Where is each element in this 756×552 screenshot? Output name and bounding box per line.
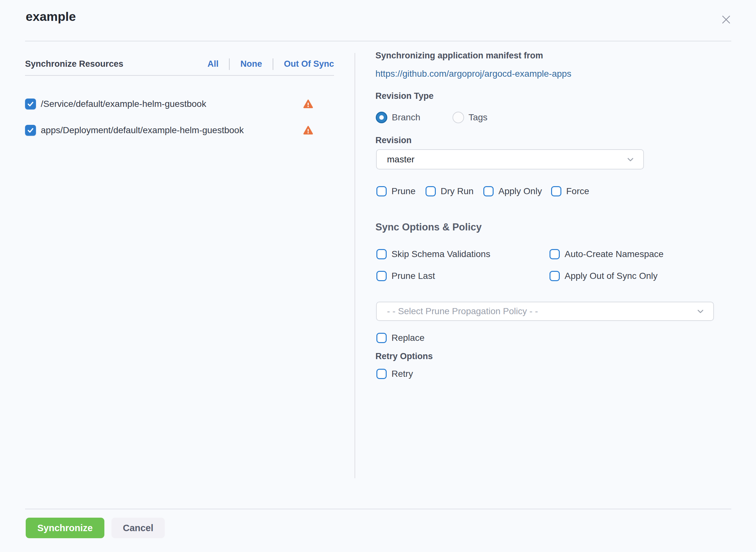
branch-radio-label: Branch [392,112,420,123]
replace-checkbox[interactable] [376,333,387,343]
manifest-source-label: Synchronizing application manifest from [375,51,543,61]
prune-checkbox[interactable] [376,186,387,196]
revision-type-radio-group: Branch Tags [376,111,488,124]
replace-label: Replace [392,333,425,343]
resource-checkbox-checked[interactable] [25,99,36,110]
dry-run-flag: Dry Run [426,185,474,198]
resource-label: apps/Deployment/default/example-helm-gue… [41,125,303,135]
filter-none-link[interactable]: None [240,59,262,69]
branch-radio[interactable] [376,112,387,123]
auto-create-namespace-option: Auto-Create Namespace [549,248,663,261]
force-flag: Force [551,185,589,198]
revision-type-label: Revision Type [375,91,434,101]
tags-radio-label: Tags [468,112,488,123]
panel-divider [354,53,355,478]
force-label: Force [566,186,589,196]
dry-run-label: Dry Run [441,186,474,196]
apply-out-of-sync-only-option: Apply Out of Sync Only [549,270,657,282]
force-checkbox[interactable] [551,186,561,196]
revision-select[interactable]: master [376,149,644,169]
apply-only-label: Apply Only [499,186,542,196]
prune-last-checkbox[interactable] [376,271,387,281]
filter-out-of-sync-link[interactable]: Out Of Sync [284,59,334,69]
checkmark-icon [27,100,34,108]
resources-heading: Synchronize Resources [25,59,123,69]
manifest-url-link[interactable]: https://github.com/argoproj/argocd-examp… [375,69,571,79]
prune-flag: Prune [376,185,416,198]
apply-only-flag: Apply Only [483,185,542,198]
retry-checkbox[interactable] [376,369,387,379]
filter-separator [273,58,273,70]
skip-schema-validations-label: Skip Schema Validations [392,249,491,259]
dialog-title: example [26,10,76,24]
warning-icon [303,99,313,110]
tags-radio[interactable] [452,112,464,123]
sync-options-heading: Sync Options & Policy [375,222,482,233]
revision-label: Revision [375,135,412,145]
replace-option: Replace [376,331,425,344]
prune-propagation-policy-placeholder: - - Select Prune Propagation Policy - - [387,306,695,316]
filter-separator [229,58,230,70]
checkmark-icon [27,126,34,134]
skip-schema-validations-checkbox[interactable] [376,249,387,259]
sync-dialog: example Synchronize Resources All None O… [0,0,756,552]
prune-label: Prune [392,186,416,196]
cancel-button[interactable]: Cancel [111,518,165,538]
resource-label: /Service/default/example-helm-guestbook [41,99,303,109]
resources-filters: All None Out Of Sync [207,58,334,70]
resources-header: Synchronize Resources All None Out Of Sy… [25,53,334,76]
resource-checkbox-checked[interactable] [25,125,36,136]
resource-row: apps/Deployment/default/example-helm-gue… [25,124,334,137]
dry-run-checkbox[interactable] [426,186,436,196]
chevron-down-icon [625,154,636,165]
retry-label: Retry [392,369,413,379]
apply-out-of-sync-only-label: Apply Out of Sync Only [565,271,657,281]
chevron-down-icon [695,306,706,316]
apply-only-checkbox[interactable] [483,186,494,196]
warning-icon [303,125,313,136]
retry-option: Retry [376,368,413,380]
resource-row: /Service/default/example-helm-guestbook [25,97,334,111]
filter-all-link[interactable]: All [207,59,219,69]
prune-last-label: Prune Last [392,271,435,281]
prune-propagation-policy-select[interactable]: - - Select Prune Propagation Policy - - [376,302,714,321]
footer-divider [25,509,731,509]
auto-create-namespace-checkbox[interactable] [549,249,560,259]
revision-select-value: master [387,154,625,165]
synchronize-button[interactable]: Synchronize [26,518,104,538]
skip-schema-validations-option: Skip Schema Validations [376,248,491,261]
sync-settings-panel: Synchronizing application manifest from … [375,0,732,552]
apply-out-of-sync-only-checkbox[interactable] [549,271,560,281]
auto-create-namespace-label: Auto-Create Namespace [565,249,663,259]
retry-options-heading: Retry Options [375,352,433,361]
prune-last-option: Prune Last [376,270,435,282]
